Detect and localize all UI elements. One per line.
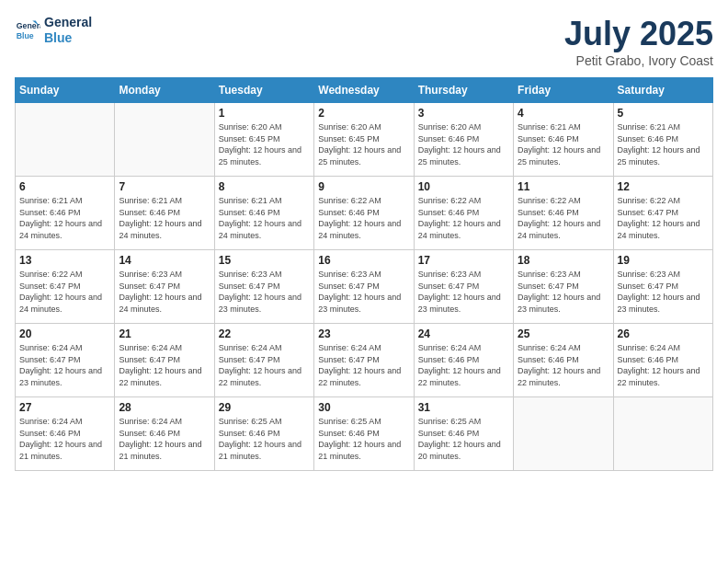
calendar-week-row: 6Sunrise: 6:21 AM Sunset: 6:46 PM Daylig…: [16, 177, 713, 250]
calendar-subtitle: Petit Grabo, Ivory Coast: [564, 53, 713, 68]
calendar-cell: 16Sunrise: 6:23 AM Sunset: 6:47 PM Dayli…: [314, 250, 414, 324]
day-number: 6: [19, 180, 110, 193]
calendar-week-row: 13Sunrise: 6:22 AM Sunset: 6:47 PM Dayli…: [16, 250, 713, 324]
calendar-cell: 7Sunrise: 6:21 AM Sunset: 6:46 PM Daylig…: [115, 177, 214, 250]
weekday-header: Wednesday: [314, 78, 414, 103]
calendar-cell: 6Sunrise: 6:21 AM Sunset: 6:46 PM Daylig…: [16, 177, 115, 250]
day-number: 24: [418, 327, 509, 340]
weekday-header: Tuesday: [214, 78, 313, 103]
day-info: Sunrise: 6:24 AM Sunset: 6:46 PM Dayligh…: [119, 416, 210, 462]
day-info: Sunrise: 6:23 AM Sunset: 6:47 PM Dayligh…: [618, 269, 709, 315]
calendar-week-row: 27Sunrise: 6:24 AM Sunset: 6:46 PM Dayli…: [16, 397, 713, 471]
day-info: Sunrise: 6:24 AM Sunset: 6:47 PM Dayligh…: [19, 342, 110, 388]
day-info: Sunrise: 6:24 AM Sunset: 6:46 PM Dayligh…: [618, 342, 709, 388]
day-number: 26: [618, 327, 709, 340]
day-info: Sunrise: 6:24 AM Sunset: 6:46 PM Dayligh…: [19, 416, 110, 462]
day-info: Sunrise: 6:21 AM Sunset: 6:46 PM Dayligh…: [518, 121, 609, 167]
day-number: 2: [318, 107, 409, 120]
day-number: 17: [418, 254, 509, 267]
day-info: Sunrise: 6:21 AM Sunset: 6:46 PM Dayligh…: [119, 195, 210, 241]
calendar-cell: 28Sunrise: 6:24 AM Sunset: 6:46 PM Dayli…: [115, 397, 214, 471]
calendar-cell: 21Sunrise: 6:24 AM Sunset: 6:47 PM Dayli…: [115, 324, 214, 397]
day-number: 28: [119, 401, 210, 414]
day-number: 4: [518, 107, 609, 120]
logo-icon: General Blue: [15, 17, 40, 43]
calendar-cell: 15Sunrise: 6:23 AM Sunset: 6:47 PM Dayli…: [214, 250, 313, 324]
calendar-cell: 22Sunrise: 6:24 AM Sunset: 6:47 PM Dayli…: [214, 324, 313, 397]
calendar-cell: 30Sunrise: 6:25 AM Sunset: 6:46 PM Dayli…: [314, 397, 414, 471]
weekday-header: Friday: [514, 78, 613, 103]
calendar-cell: 10Sunrise: 6:22 AM Sunset: 6:46 PM Dayli…: [414, 177, 513, 250]
day-number: 7: [119, 180, 210, 193]
calendar-cell: 5Sunrise: 6:21 AM Sunset: 6:46 PM Daylig…: [613, 103, 712, 177]
day-number: 9: [318, 180, 409, 193]
page-header: General Blue General Blue July 2025 Peti…: [15, 15, 713, 68]
day-info: Sunrise: 6:22 AM Sunset: 6:47 PM Dayligh…: [618, 195, 709, 241]
day-number: 15: [219, 254, 310, 267]
day-number: 1: [219, 107, 310, 120]
calendar-week-row: 20Sunrise: 6:24 AM Sunset: 6:47 PM Dayli…: [16, 324, 713, 397]
day-info: Sunrise: 6:20 AM Sunset: 6:45 PM Dayligh…: [318, 121, 409, 167]
day-number: 20: [19, 327, 110, 340]
day-info: Sunrise: 6:20 AM Sunset: 6:46 PM Dayligh…: [418, 121, 509, 167]
day-number: 25: [518, 327, 609, 340]
day-number: 22: [219, 327, 310, 340]
day-info: Sunrise: 6:22 AM Sunset: 6:46 PM Dayligh…: [518, 195, 609, 241]
calendar-cell: [16, 103, 115, 177]
day-info: Sunrise: 6:24 AM Sunset: 6:47 PM Dayligh…: [219, 342, 310, 388]
calendar-cell: 24Sunrise: 6:24 AM Sunset: 6:46 PM Dayli…: [414, 324, 513, 397]
day-number: 11: [518, 180, 609, 193]
day-number: 29: [219, 401, 310, 414]
weekday-header-row: SundayMondayTuesdayWednesdayThursdayFrid…: [16, 78, 713, 103]
calendar-cell: 25Sunrise: 6:24 AM Sunset: 6:46 PM Dayli…: [514, 324, 613, 397]
calendar-title: July 2025: [564, 15, 713, 53]
day-number: 16: [318, 254, 409, 267]
day-info: Sunrise: 6:22 AM Sunset: 6:47 PM Dayligh…: [19, 269, 110, 315]
day-number: 18: [518, 254, 609, 267]
logo-text: General Blue: [44, 15, 92, 46]
calendar-cell: 26Sunrise: 6:24 AM Sunset: 6:46 PM Dayli…: [613, 324, 712, 397]
day-number: 19: [618, 254, 709, 267]
day-info: Sunrise: 6:23 AM Sunset: 6:47 PM Dayligh…: [119, 269, 210, 315]
title-area: July 2025 Petit Grabo, Ivory Coast: [564, 15, 713, 68]
day-number: 30: [318, 401, 409, 414]
weekday-header: Saturday: [613, 78, 712, 103]
calendar-cell: 19Sunrise: 6:23 AM Sunset: 6:47 PM Dayli…: [613, 250, 712, 324]
calendar-table: SundayMondayTuesdayWednesdayThursdayFrid…: [15, 77, 713, 471]
day-number: 12: [618, 180, 709, 193]
calendar-cell: 23Sunrise: 6:24 AM Sunset: 6:47 PM Dayli…: [314, 324, 414, 397]
day-number: 27: [19, 401, 110, 414]
calendar-cell: 14Sunrise: 6:23 AM Sunset: 6:47 PM Dayli…: [115, 250, 214, 324]
day-number: 23: [318, 327, 409, 340]
calendar-cell: 31Sunrise: 6:25 AM Sunset: 6:46 PM Dayli…: [414, 397, 513, 471]
calendar-cell: 3Sunrise: 6:20 AM Sunset: 6:46 PM Daylig…: [414, 103, 513, 177]
day-number: 31: [418, 401, 509, 414]
day-info: Sunrise: 6:23 AM Sunset: 6:47 PM Dayligh…: [418, 269, 509, 315]
day-info: Sunrise: 6:25 AM Sunset: 6:46 PM Dayligh…: [219, 416, 310, 462]
calendar-cell: 27Sunrise: 6:24 AM Sunset: 6:46 PM Dayli…: [16, 397, 115, 471]
day-number: 3: [418, 107, 509, 120]
calendar-cell: 2Sunrise: 6:20 AM Sunset: 6:45 PM Daylig…: [314, 103, 414, 177]
day-info: Sunrise: 6:23 AM Sunset: 6:47 PM Dayligh…: [518, 269, 609, 315]
calendar-cell: 8Sunrise: 6:21 AM Sunset: 6:46 PM Daylig…: [214, 177, 313, 250]
calendar-cell: 11Sunrise: 6:22 AM Sunset: 6:46 PM Dayli…: [514, 177, 613, 250]
day-info: Sunrise: 6:23 AM Sunset: 6:47 PM Dayligh…: [219, 269, 310, 315]
day-info: Sunrise: 6:22 AM Sunset: 6:46 PM Dayligh…: [318, 195, 409, 241]
day-info: Sunrise: 6:24 AM Sunset: 6:46 PM Dayligh…: [518, 342, 609, 388]
day-info: Sunrise: 6:22 AM Sunset: 6:46 PM Dayligh…: [418, 195, 509, 241]
day-info: Sunrise: 6:25 AM Sunset: 6:46 PM Dayligh…: [418, 416, 509, 462]
day-info: Sunrise: 6:24 AM Sunset: 6:46 PM Dayligh…: [418, 342, 509, 388]
calendar-cell: 12Sunrise: 6:22 AM Sunset: 6:47 PM Dayli…: [613, 177, 712, 250]
day-number: 13: [19, 254, 110, 267]
calendar-cell: 20Sunrise: 6:24 AM Sunset: 6:47 PM Dayli…: [16, 324, 115, 397]
day-info: Sunrise: 6:21 AM Sunset: 6:46 PM Dayligh…: [19, 195, 110, 241]
svg-text:Blue: Blue: [17, 31, 34, 40]
day-number: 21: [119, 327, 210, 340]
calendar-week-row: 1Sunrise: 6:20 AM Sunset: 6:45 PM Daylig…: [16, 103, 713, 177]
day-info: Sunrise: 6:24 AM Sunset: 6:47 PM Dayligh…: [119, 342, 210, 388]
logo: General Blue General Blue: [15, 15, 92, 46]
day-info: Sunrise: 6:24 AM Sunset: 6:47 PM Dayligh…: [318, 342, 409, 388]
calendar-cell: 9Sunrise: 6:22 AM Sunset: 6:46 PM Daylig…: [314, 177, 414, 250]
calendar-cell: 13Sunrise: 6:22 AM Sunset: 6:47 PM Dayli…: [16, 250, 115, 324]
day-info: Sunrise: 6:21 AM Sunset: 6:46 PM Dayligh…: [219, 195, 310, 241]
